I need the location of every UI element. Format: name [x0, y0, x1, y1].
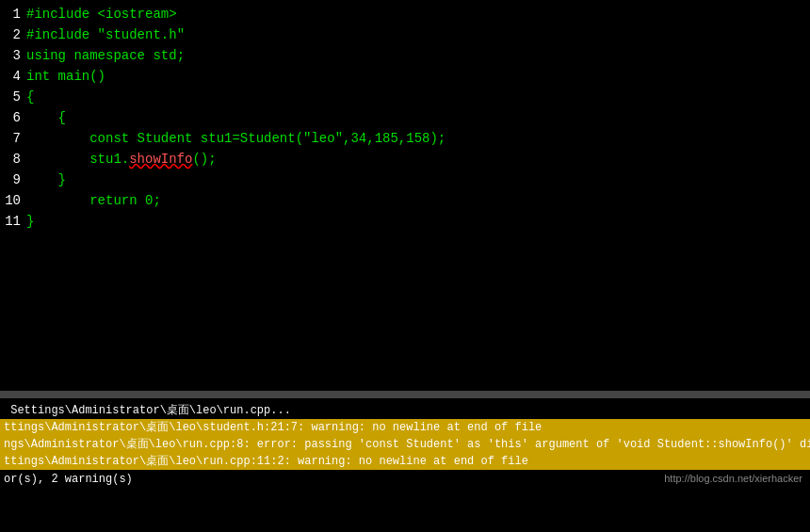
line-content: #include <iostream> — [26, 4, 177, 24]
line-number: 10 — [0, 190, 26, 211]
line-content: #include "student.h" — [26, 24, 185, 45]
code-line: 8 stu1.showInfo(); — [0, 149, 810, 169]
code-line: 2#include "student.h" — [0, 24, 810, 45]
code-line: 6 { — [0, 107, 810, 128]
console-area: Settings\Administrator\桌面\leo\run.cpp...… — [0, 398, 810, 488]
line-number: 4 — [0, 66, 26, 87]
code-line: 4int main() — [0, 66, 810, 87]
divider — [0, 391, 810, 398]
line-number: 6 — [0, 107, 26, 128]
code-editor: 1#include <iostream>2#include "student.h… — [0, 0, 810, 391]
line-number: 8 — [0, 149, 26, 169]
console-line-warning: ttings\Administrator\桌面\leo\run.cpp:11:2… — [0, 453, 810, 470]
console-line-error: ngs\Administrator\桌面\leo\run.cpp:8: erro… — [0, 436, 810, 453]
code-line: 3using namespace std; — [0, 45, 810, 66]
line-content: } — [26, 169, 66, 190]
line-number: 5 — [0, 87, 26, 107]
line-number: 2 — [0, 24, 26, 45]
line-number: 7 — [0, 128, 26, 149]
watermark: http://blog.csdn.net/xierhacker — [664, 473, 802, 484]
line-content: stu1.showInfo(); — [26, 149, 217, 169]
line-number: 9 — [0, 169, 26, 190]
code-line: 7 const Student stu1=Student("leo",34,18… — [0, 128, 810, 149]
code-line: 5{ — [0, 87, 810, 107]
console-line-warning: ttings\Administrator\桌面\leo\student.h:21… — [0, 419, 810, 436]
line-content: using namespace std; — [26, 45, 185, 66]
code-line: 9 } — [0, 169, 810, 190]
line-content: return 0; — [26, 190, 161, 211]
line-number: 11 — [0, 211, 26, 232]
console-path-line: Settings\Administrator\桌面\leo\run.cpp... — [0, 402, 810, 419]
line-content: { — [26, 107, 66, 128]
line-content: int main() — [26, 66, 105, 87]
code-line: 10 return 0; — [0, 190, 810, 211]
code-line: 1#include <iostream> — [0, 4, 810, 24]
line-content: { — [26, 87, 34, 107]
code-line: 11} — [0, 211, 810, 232]
line-content: } — [26, 211, 34, 232]
line-number: 3 — [0, 45, 26, 66]
line-number: 1 — [0, 4, 26, 24]
error-token: showInfo — [129, 152, 192, 167]
console-line-normal: or(s), 2 warning(s) — [0, 473, 137, 486]
line-content: const Student stu1=Student("leo",34,185,… — [26, 128, 446, 149]
